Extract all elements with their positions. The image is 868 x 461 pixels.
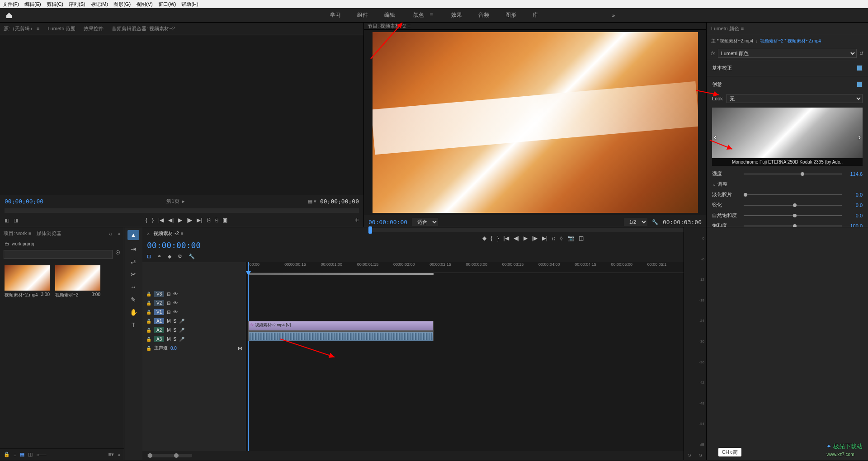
workspace-color[interactable]: 颜色≡ [410,8,436,23]
track-v2[interactable]: V2 [154,300,164,306]
workspace-graphics[interactable]: 图形 [504,8,518,23]
checkbox-basic[interactable] [857,65,863,71]
filter-icon[interactable]: ⦿ [115,250,120,259]
hand-tool-icon[interactable]: ✋ [130,309,137,316]
program-scrubber[interactable] [368,228,702,232]
go-in-icon[interactable]: |◀ [504,235,509,241]
go-in-icon[interactable]: |◀ [158,217,164,223]
pen-tool-icon[interactable]: ✎ [131,296,136,303]
checkbox-creative[interactable] [857,81,863,87]
tracks-area[interactable]: :00:0000:00:00:1500:00:01:00 00:00:01:15… [246,262,684,451]
mark-out-icon[interactable]: } [152,217,154,223]
adjustments-disclosure[interactable]: ⌄ 调整 [707,179,868,189]
type-tool-icon[interactable]: T [132,321,136,329]
tab-project[interactable]: 项目: work≡ [4,230,31,237]
track-select-tool-icon[interactable]: ⇥ [131,245,136,253]
marker-action-icon[interactable]: ◧ [5,217,9,223]
program-tc-left[interactable]: 00:00:00:00 [368,219,407,226]
sharpen-value[interactable]: 0.0 [845,202,863,208]
zoom-slider-icon[interactable]: ○── [36,452,46,457]
lock-icon[interactable]: 🔒 [4,452,10,457]
menu-sequence[interactable]: 序列(S) [69,1,85,8]
faded-film-value[interactable]: 0.0 [845,192,863,198]
marker-action2-icon[interactable]: ◨ [14,217,18,223]
tab-libraries-icon[interactable]: ♫ [108,231,112,236]
section-basic-correction[interactable]: 基本校正 [707,60,868,76]
master-level[interactable]: 0.0 [170,346,177,351]
track-master[interactable]: 主声道 [154,345,168,351]
lift-icon[interactable]: ⎌ [552,235,555,241]
overwrite-icon[interactable]: ⎗ [215,217,218,223]
solo-icon[interactable]: S [174,337,177,342]
lock-icon[interactable]: 🔒 [146,337,151,342]
resolution-select[interactable]: 1/2 [624,218,647,226]
tab-media-browser[interactable]: 媒体浏览器 [37,230,61,237]
collapse-icon[interactable]: ⋈ [238,346,242,351]
list-view-icon[interactable]: ≡ [14,452,16,457]
solo-left[interactable]: S [688,453,691,457]
add-marker-icon[interactable]: ◆ [482,235,486,241]
faded-film-slider[interactable] [744,194,842,195]
audio-clip[interactable] [248,331,434,341]
play-icon[interactable]: ▶ [178,217,182,223]
vibrance-slider[interactable] [744,215,842,216]
tab-audio-clip-mixer[interactable]: 音频剪辑混合器: 视频素材~2 [112,25,175,32]
track-a2[interactable]: A2 [154,327,164,333]
menu-graphics[interactable]: 图形(G) [113,1,131,8]
workspace-learn[interactable]: 学习 [328,8,343,23]
mark-out-icon[interactable]: } [497,235,499,241]
page-next-icon[interactable]: ▸ [182,198,185,204]
settings-icon[interactable]: ⚙ [178,254,182,259]
menu-window[interactable]: 窗口(W) [158,1,176,8]
intensity-slider[interactable] [744,174,842,174]
saturation-value[interactable]: 100.0 [845,223,863,227]
voice-icon[interactable]: 🎤 [179,328,184,333]
menu-file[interactable]: 文件(F) [3,1,19,8]
look-prev-icon[interactable]: ‹ [714,132,717,141]
snap-icon[interactable]: ⊡ [147,254,151,259]
selection-tool-icon[interactable]: ▲ [127,230,139,240]
export-frame-icon[interactable]: ▣ [222,217,227,223]
insert-icon[interactable]: ⎘ [207,217,210,223]
work-area-bar[interactable] [248,273,434,275]
menu-marker[interactable]: 标记(M) [91,1,108,8]
step-forward-icon[interactable]: |▶ [532,235,538,241]
eye-icon[interactable]: 👁 [173,310,178,315]
icon-view-icon[interactable]: ▦ [20,452,24,457]
effect-select[interactable]: Lumetri 颜色 [718,49,857,58]
add-button-icon[interactable]: + [355,216,359,224]
workspace-overflow-icon[interactable]: » [612,13,615,18]
panel-overflow-icon[interactable]: » [118,231,120,236]
page-selector[interactable]: 第1页 [166,198,179,205]
look-next-icon[interactable]: › [858,132,861,141]
project-item[interactable]: 视频素材~2.mp43:00 [5,265,50,300]
sequence-tab[interactable]: 视频素材~2≡ [153,230,183,237]
section-creative[interactable]: 创意 [707,76,868,92]
intensity-value[interactable]: 114.6 [845,171,863,177]
compare-icon[interactable]: ◫ [579,235,584,241]
project-item[interactable]: 视频素材~23:00 [55,265,100,300]
toggle-output-icon[interactable]: ⊟ [167,310,170,315]
go-out-icon[interactable]: ▶| [542,235,547,241]
menu-clip[interactable]: 剪辑(C) [47,1,63,8]
voice-icon[interactable]: 🎤 [179,337,184,342]
tab-lumetri-scopes[interactable]: Lumetri 范围 [47,25,75,32]
lock-icon[interactable]: 🔒 [146,319,151,324]
mute-icon[interactable]: M [167,319,170,324]
time-ruler[interactable]: :00:0000:00:00:1500:00:01:00 00:00:01:15… [246,262,684,273]
playhead[interactable] [248,262,249,451]
source-scrubber[interactable] [5,208,359,213]
toggle-output-icon[interactable]: ⊟ [167,292,170,296]
video-clip[interactable]: fx 视频素材~2.mp4 [V] [248,321,434,331]
menu-help[interactable]: 帮助(H) [181,1,198,8]
home-icon[interactable] [0,8,18,23]
ripple-edit-tool-icon[interactable]: ⇄ [131,258,136,265]
tab-lumetri-color[interactable]: Lumetri 颜色≡ [711,25,744,32]
look-select[interactable]: 无 [726,94,863,103]
menu-edit[interactable]: 编辑(E) [24,1,41,8]
voice-icon[interactable]: 🎤 [179,319,184,324]
vibrance-value[interactable]: 0.0 [845,213,863,218]
toggle-output-icon[interactable]: ⊟ [167,301,170,306]
track-a1[interactable]: A1 [154,318,164,324]
tab-effect-controls[interactable]: 效果控件 [84,25,104,32]
